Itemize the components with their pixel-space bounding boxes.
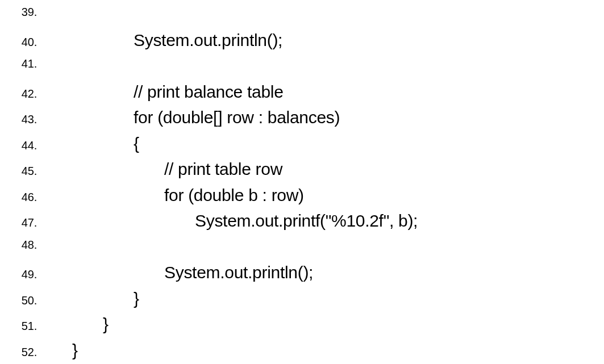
line-number: 45.: [16, 165, 41, 178]
code-line: 50.}: [16, 290, 604, 316]
code-text: }: [41, 316, 109, 333]
code-text: // print balance table: [41, 83, 284, 101]
code-text: }: [41, 290, 139, 307]
line-number: 40.: [16, 36, 41, 49]
code-line: 47.System.out.printf("%10.2f", b);: [16, 212, 604, 239]
line-number: 42.: [16, 87, 41, 101]
code-text: }: [41, 342, 78, 359]
code-text: // print table row: [41, 161, 282, 178]
code-line: 40.System.out.println();: [16, 32, 604, 58]
line-number: 52.: [16, 346, 41, 359]
code-line: 46.for (double b : row): [16, 187, 604, 213]
code-line: 43.for (double[] row : balances): [16, 109, 604, 135]
line-number: 39.: [16, 6, 41, 19]
line-number: 43.: [16, 113, 41, 126]
line-number: 46.: [16, 191, 41, 204]
code-listing: 39.40.System.out.println();41.42.// prin…: [16, 6, 604, 364]
code-line: 51.}: [16, 316, 604, 342]
code-text: System.out.println();: [41, 264, 313, 281]
line-number: 48.: [16, 239, 41, 252]
line-number: 47.: [16, 216, 41, 229]
code-line: 41.: [16, 57, 604, 83]
line-number: 49.: [16, 268, 41, 281]
code-line: 49.System.out.println();: [16, 264, 604, 290]
line-number: 44.: [16, 139, 41, 152]
line-number: 50.: [16, 294, 41, 307]
code-line: 44.{: [16, 135, 604, 161]
code-line: 42.// print balance table: [16, 83, 604, 110]
line-number: 41.: [16, 57, 41, 70]
code-line: 48.: [16, 239, 604, 265]
code-text: for (double b : row): [41, 187, 304, 204]
code-line: 39.: [16, 6, 604, 32]
code-text: {: [41, 135, 139, 152]
code-text: for (double[] row : balances): [41, 109, 340, 126]
code-text: System.out.printf("%10.2f", b);: [41, 212, 418, 229]
line-number: 51.: [16, 320, 41, 333]
code-text: System.out.println();: [41, 32, 282, 49]
code-line: 45.// print table row: [16, 161, 604, 187]
code-line: 52.}: [16, 342, 604, 365]
